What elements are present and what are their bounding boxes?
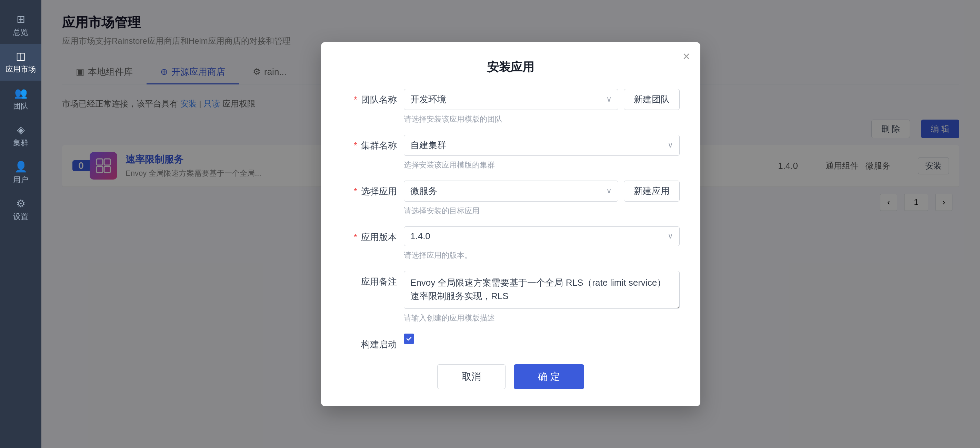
sidebar-item-user[interactable]: 👤 用户 xyxy=(0,154,41,191)
confirm-button[interactable]: 确 定 xyxy=(514,364,584,389)
cluster-name-select-arrow: ∨ xyxy=(668,141,673,149)
sidebar-item-label-team: 团队 xyxy=(13,101,28,111)
sidebar-item-team[interactable]: 👥 团队 xyxy=(0,81,41,118)
overview-icon: ⊞ xyxy=(17,13,25,25)
cluster-name-select[interactable]: 自建集群 ∨ xyxy=(404,135,680,156)
cluster-icon: ◈ xyxy=(17,124,25,136)
select-app-control: 微服务 ∨ 新建应用 请选择安装的目标应用 xyxy=(404,181,680,216)
modal-title: 安装应用 xyxy=(342,59,680,75)
sidebar-item-overview[interactable]: ⊞ 总览 xyxy=(0,7,41,44)
new-team-button[interactable]: 新建团队 xyxy=(624,89,680,110)
app-market-icon: ◫ xyxy=(16,50,25,62)
build-start-checkbox-row xyxy=(404,334,680,344)
label-cluster-name: * 集群名称 xyxy=(342,135,397,152)
label-app-version: * 应用版本 xyxy=(342,226,397,243)
modal-actions: 取消 确 定 xyxy=(342,364,680,389)
team-name-control: 开发环境 ∨ 新建团队 请选择安装该应用模版的团队 xyxy=(404,89,680,124)
app-version-select[interactable]: 1.4.0 ∨ xyxy=(404,226,680,246)
label-select-app: * 选择应用 xyxy=(342,181,397,197)
install-modal: 安装应用 × * 团队名称 开发环境 ∨ 新建团队 请选择安装该应用 xyxy=(321,42,700,406)
sidebar-item-app-market[interactable]: ◫ 应用市场 xyxy=(0,44,41,81)
team-name-select[interactable]: 开发环境 ∨ xyxy=(404,89,618,110)
app-note-control: Envoy 全局限速方案需要基于一个全局 RLS（rate limit serv… xyxy=(404,271,680,323)
sidebar-item-label-overview: 总览 xyxy=(13,27,28,38)
team-name-hint: 请选择安装该应用模版的团队 xyxy=(404,114,680,124)
label-team-name: * 团队名称 xyxy=(342,89,397,106)
new-app-button[interactable]: 新建应用 xyxy=(624,181,680,202)
app-version-control: 1.4.0 ∨ 请选择应用的版本。 xyxy=(404,226,680,261)
sidebar: ⊞ 总览 ◫ 应用市场 👥 团队 ◈ 集群 👤 用户 ⚙ 设置 xyxy=(0,0,41,448)
build-start-checkbox[interactable] xyxy=(404,334,414,344)
modal-close-button[interactable]: × xyxy=(683,50,690,63)
app-note-textarea[interactable]: Envoy 全局限速方案需要基于一个全局 RLS（rate limit serv… xyxy=(404,271,680,309)
select-app-select[interactable]: 微服务 ∨ xyxy=(404,181,618,202)
app-version-hint: 请选择应用的版本。 xyxy=(404,250,680,261)
form-row-app-version: * 应用版本 1.4.0 ∨ 请选择应用的版本。 xyxy=(342,226,680,261)
label-app-note: 应用备注 xyxy=(342,271,397,288)
sidebar-item-label-cluster: 集群 xyxy=(13,138,28,148)
cancel-button[interactable]: 取消 xyxy=(437,364,506,389)
sidebar-item-settings[interactable]: ⚙ 设置 xyxy=(0,191,41,228)
build-start-control xyxy=(404,334,680,344)
main-content: 应用市场管理 应用市场支持Rainstore应用商店和Helm应用商店的对接和管… xyxy=(41,0,980,448)
modal-overlay: 安装应用 × * 团队名称 开发环境 ∨ 新建团队 请选择安装该应用 xyxy=(41,0,980,448)
form-row-team-name: * 团队名称 开发环境 ∨ 新建团队 请选择安装该应用模版的团队 xyxy=(342,89,680,124)
app-note-hint: 请输入创建的应用模版描述 xyxy=(404,313,680,323)
sidebar-item-label-app-market: 应用市场 xyxy=(6,64,36,75)
team-icon: 👥 xyxy=(14,87,27,99)
form-row-select-app: * 选择应用 微服务 ∨ 新建应用 请选择安装的目标应用 xyxy=(342,181,680,216)
sidebar-item-label-settings: 设置 xyxy=(13,211,28,222)
cluster-name-control: 自建集群 ∨ 选择安装该应用模版的集群 xyxy=(404,135,680,170)
settings-icon: ⚙ xyxy=(16,197,25,210)
sidebar-item-cluster[interactable]: ◈ 集群 xyxy=(0,118,41,154)
team-name-select-arrow: ∨ xyxy=(606,95,612,104)
select-app-arrow: ∨ xyxy=(606,186,612,195)
form-row-build-start: 构建启动 xyxy=(342,334,680,351)
form-row-cluster-name: * 集群名称 自建集群 ∨ 选择安装该应用模版的集群 xyxy=(342,135,680,170)
form-row-app-note: 应用备注 Envoy 全局限速方案需要基于一个全局 RLS（rate limit… xyxy=(342,271,680,323)
sidebar-item-label-user: 用户 xyxy=(13,175,28,185)
label-build-start: 构建启动 xyxy=(342,334,397,351)
select-app-hint: 请选择安装的目标应用 xyxy=(404,206,680,216)
cluster-name-hint: 选择安装该应用模版的集群 xyxy=(404,160,680,170)
user-icon: 👤 xyxy=(14,160,27,173)
app-version-arrow: ∨ xyxy=(668,232,673,240)
